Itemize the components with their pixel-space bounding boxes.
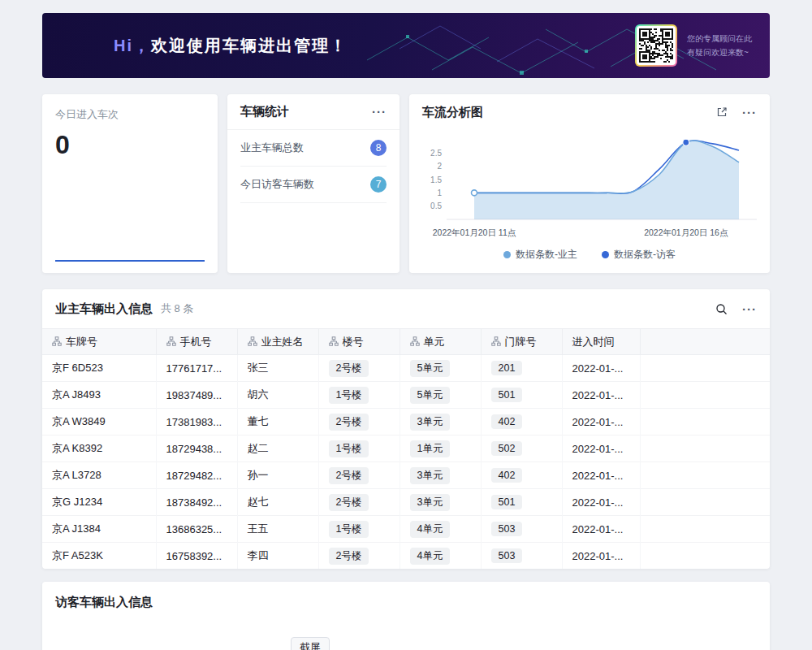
tag-pill: 503 (491, 522, 523, 536)
tag-pill: 2号楼 (329, 467, 369, 484)
table-cell: 5单元 (400, 355, 481, 382)
more-icon[interactable]: ··· (742, 106, 757, 119)
table-cell: 京A L3728 (42, 462, 156, 489)
entry-count-title: 今日进入车次 (55, 107, 205, 122)
owner-table-body: 京F 6D52317761717...张三2号楼5单元2012022-01-..… (42, 355, 770, 570)
tag-pill: 501 (491, 495, 523, 509)
owner-table-card: 业主车辆出入信息 共 8 条 ··· 车牌号手机号业主姓名楼号单元门牌号进入时间… (42, 289, 770, 569)
partial-button[interactable]: 截屏 (291, 637, 330, 650)
table-cell: 2022-01-... (562, 436, 640, 462)
table-row: 京A J138413686325...王五1号楼4单元5032022-01-..… (42, 516, 770, 543)
filler-cell (640, 382, 770, 409)
table-row: 京F 6D52317761717...张三2号楼5单元2012022-01-..… (42, 355, 770, 382)
table-cell: 5单元 (400, 382, 481, 409)
traffic-chart: 0.511.522.52022年01月20日 11点2022年01月20日 16… (422, 132, 757, 245)
table-cell: 2号楼 (318, 489, 400, 516)
table-cell: 3单元 (400, 489, 481, 516)
stat-label: 业主车辆总数 (240, 141, 304, 155)
table-cell: 京G J1234 (42, 489, 156, 516)
stat-row-visitor-today: 今日访客车辆数 7 (240, 167, 387, 203)
table-cell: 19837489... (156, 382, 237, 409)
tag-pill: 1号楼 (329, 440, 369, 457)
tag-pill: 4单元 (410, 521, 451, 538)
tag-pill: 2号楼 (329, 414, 369, 431)
svg-text:0.5: 0.5 (430, 202, 442, 210)
table-cell: 赵二 (237, 436, 318, 462)
traffic-chart-card: 车流分析图 ··· 0.511.522.52022年01月20日 11点2022… (409, 94, 770, 273)
table-cell: 京F A523K (42, 543, 156, 570)
tag-pill: 5单元 (410, 360, 451, 377)
table-cell: 1号楼 (318, 382, 400, 409)
table-cell: 胡六 (237, 382, 318, 409)
table-cell: 京A J1384 (42, 516, 156, 543)
table-cell: 李四 (237, 543, 318, 570)
table-row: 京A J849319837489...胡六1号楼5单元5012022-01-..… (42, 382, 770, 409)
table-cell: 501 (481, 489, 562, 516)
owner-table: 车牌号手机号业主姓名楼号单元门牌号进入时间 京F 6D52317761717..… (42, 328, 770, 569)
banner-greeting-hi: Hi， (114, 37, 151, 54)
filler-cell (640, 516, 770, 543)
stat-label: 今日访客车辆数 (240, 177, 314, 192)
table-cell: 2022-01-... (562, 382, 640, 409)
stat-badge: 8 (370, 140, 387, 156)
tag-pill: 3单元 (410, 494, 451, 511)
tag-pill: 5单元 (410, 387, 451, 404)
col-header[interactable]: 车牌号 (42, 329, 156, 355)
filler-cell (640, 489, 770, 516)
table-cell: 2022-01-... (562, 516, 640, 543)
chart-legend: 数据条数-业主数据条数-访客 (409, 248, 770, 262)
search-icon[interactable] (715, 303, 728, 315)
qr-code (637, 26, 676, 65)
visitor-table-card: 访客车辆出入信息 截屏 (42, 582, 770, 650)
filler-cell (640, 462, 770, 489)
legend-item[interactable]: 数据条数-业主 (503, 248, 577, 262)
filler-cell (640, 436, 770, 462)
table-cell: 3单元 (400, 409, 481, 436)
visitor-table-title: 访客车辆出入信息 (55, 595, 153, 609)
table-cell: 1单元 (400, 436, 481, 462)
more-icon[interactable]: ··· (742, 303, 757, 315)
welcome-banner: Hi，欢迎使用车辆进出管理！ 您的专属顾问在此 有疑问欢迎来数~ (42, 13, 770, 78)
table-cell: 2022-01-... (562, 489, 640, 516)
table-cell: 16758392... (156, 543, 237, 570)
table-cell: 402 (481, 409, 562, 436)
more-icon[interactable]: ··· (372, 106, 387, 118)
table-cell: 3单元 (400, 462, 481, 489)
qr-caption-line2: 有疑问欢迎来数~ (687, 46, 752, 59)
export-icon[interactable] (716, 106, 728, 118)
col-header[interactable]: 业主姓名 (237, 329, 318, 355)
tag-pill: 502 (491, 441, 523, 456)
table-cell: 孙一 (237, 462, 318, 489)
table-cell: 13686325... (156, 516, 237, 543)
col-header[interactable]: 门牌号 (481, 329, 562, 355)
vehicle-stats-card: 车辆统计 ··· 业主车辆总数 8 今日访客车辆数 7 (227, 94, 400, 273)
filler-cell (640, 355, 770, 382)
table-cell: 董七 (237, 409, 318, 436)
svg-text:2: 2 (437, 162, 442, 171)
table-cell: 2号楼 (318, 409, 400, 436)
table-cell: 王五 (237, 516, 318, 543)
tag-pill: 402 (491, 414, 523, 429)
col-header[interactable]: 楼号 (318, 329, 400, 355)
column-icon (491, 336, 501, 346)
col-header[interactable]: 单元 (400, 329, 481, 355)
tag-pill: 503 (491, 548, 523, 563)
table-cell: 京F 6D523 (42, 355, 156, 382)
table-cell: 503 (481, 543, 562, 570)
column-icon (52, 336, 62, 346)
table-cell: 2号楼 (318, 462, 400, 489)
legend-item[interactable]: 数据条数-访客 (602, 248, 676, 262)
table-cell: 17761717... (156, 355, 237, 382)
chart-card-title: 车流分析图 (422, 105, 483, 120)
col-header[interactable]: 进入时间 (562, 329, 640, 355)
column-icon (248, 336, 257, 346)
svg-text:2022年01月20日 11点: 2022年01月20日 11点 (433, 228, 516, 237)
banner-greeting: Hi，欢迎使用车辆进出管理！ (114, 35, 348, 57)
col-header[interactable]: 手机号 (156, 329, 237, 355)
svg-text:1.5: 1.5 (430, 176, 442, 184)
table-cell: 京A K8392 (42, 436, 156, 462)
filler-cell (640, 543, 770, 570)
filler-cell (640, 409, 770, 436)
table-cell: 1号楼 (318, 436, 400, 462)
table-cell: 2022-01-... (562, 409, 640, 436)
